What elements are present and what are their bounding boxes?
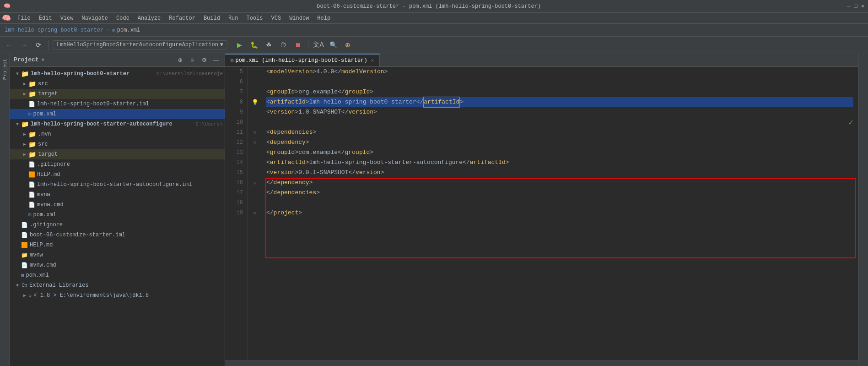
line-num-19: 19 [225, 208, 243, 218]
editor-tab-label: pom.xml (lmh-hello-spring-boot0-starter) [236, 57, 367, 64]
scroll-from-source-btn[interactable]: ≡ [187, 55, 197, 65]
code-content[interactable]: <modelVersion>4.0.0</modelVersion> <grou… [262, 67, 858, 361]
tree-item-gitignore-root[interactable]: 📄 .gitignore [10, 220, 225, 230]
tree-arrow-root1: ▼ [14, 71, 21, 76]
gutter-12: ▽ [248, 137, 262, 147]
code-line-11: <dependencies> [266, 127, 853, 137]
maximize-button[interactable]: □ [854, 3, 857, 10]
code-bracket: > [309, 178, 313, 188]
breadcrumb-project[interactable]: lmh-hello-spring-boot0-starter [5, 27, 103, 33]
code-bracket: </ [338, 147, 345, 158]
code-bracket: </ [266, 178, 274, 188]
menu-code[interactable]: Code [113, 14, 133, 22]
minimize-button[interactable]: — [847, 3, 850, 10]
close-button[interactable]: ✕ [861, 3, 864, 10]
menu-analyze[interactable]: Analyze [134, 14, 164, 22]
menu-help[interactable]: Help [313, 14, 334, 22]
tree-label-target2: target [38, 151, 223, 158]
breadcrumb-file[interactable]: pom.xml [117, 27, 140, 33]
tree-item-ext-libs[interactable]: ▼ 🗂 External Libraries [10, 280, 225, 290]
line-num-13: 13 [225, 147, 243, 158]
coverage-btn[interactable]: ☘ [262, 38, 275, 51]
line-numbers: 5 6 7 8 9 10 11 12 13 14 15 16 17 18 19 [225, 67, 248, 361]
code-editor[interactable]: 5 6 7 8 9 10 11 12 13 14 15 16 17 18 19 [225, 67, 858, 361]
project-title: Project [14, 56, 39, 63]
menu-window[interactable]: Window [286, 14, 313, 22]
tree-arrow-target1: ▶ [21, 91, 28, 97]
menu-edit[interactable]: Edit [35, 14, 56, 22]
editor-tab-pom[interactable]: m pom.xml (lmh-hello-spring-boot0-starte… [225, 54, 380, 66]
stop-btn[interactable]: ⏹ [291, 38, 304, 51]
code-line-12: <dependency> [266, 137, 853, 147]
profile-btn[interactable]: ⏱ [277, 38, 290, 51]
code-line-17: </dependencies> [266, 188, 853, 198]
toolbar-forward-btn[interactable]: → [17, 38, 30, 51]
translate-btn[interactable]: 文A [312, 38, 325, 51]
tree-item-target2[interactable]: ▶ 📁 target [10, 149, 225, 159]
collapse-all-btn[interactable]: ⊕ [175, 55, 185, 65]
code-tag: artifactId [270, 158, 306, 168]
menu-build[interactable]: Build [200, 14, 224, 22]
tree-item-gitignore2[interactable]: 📄 .gitignore [10, 159, 225, 169]
project-settings-btn[interactable]: ⚙ [199, 55, 209, 65]
tab-project[interactable]: Project [1, 55, 9, 83]
tree-label-helpmd2: HELP.md [37, 171, 223, 178]
tree-item-mvnw2[interactable]: 📄 mvnw [10, 190, 225, 200]
notifications-btn[interactable]: ⊕ [341, 38, 354, 51]
menu-run[interactable]: Run [225, 14, 242, 22]
tree-item-pom2[interactable]: m pom.xml [10, 210, 225, 220]
tree-item-helpmd2[interactable]: 🟧 HELP.md [10, 169, 225, 180]
tree-item-pom-root[interactable]: m pom.xml [10, 270, 225, 280]
code-bracket: > [384, 67, 388, 77]
editor-tab-icon: m [231, 58, 234, 63]
menu-navigate[interactable]: Navigate [78, 14, 112, 22]
line-num-15: 15 [225, 168, 243, 178]
tree-item-mvnwcmd2[interactable]: 📄 mvnw.cmd [10, 200, 225, 210]
breadcrumb-sep: › [106, 27, 109, 33]
tree-item-target1[interactable]: ▶ 📁 target [10, 89, 225, 99]
project-dropdown-icon[interactable]: ▼ [42, 57, 45, 63]
code-bracket: < [266, 137, 270, 147]
code-line-6 [266, 77, 853, 87]
breadcrumb-file-icon: m [112, 27, 115, 33]
gutter-5 [248, 67, 262, 77]
menu-file[interactable]: File [14, 14, 34, 22]
tree-item-mvnwcmd-root[interactable]: 📄 mvnw.cmd [10, 260, 225, 270]
project-hide-btn[interactable]: — [211, 55, 221, 65]
menu-tools[interactable]: Tools [243, 14, 267, 22]
menu-refactor[interactable]: Refactor [165, 14, 199, 22]
tree-item-pom1[interactable]: m pom.xml [10, 109, 225, 119]
code-line-19: </project> [266, 208, 853, 218]
tree-item-mvnw-root[interactable]: 📁 mvnw [10, 250, 225, 260]
tree-item-jdk[interactable]: ▶ ☕ < 1.8 > E:\environments\java\jdk1.8 [10, 290, 225, 300]
menu-vcs[interactable]: VCS [268, 14, 285, 22]
tree-label-root2: lmh-hello-spring-boot-starter-autoconfig… [31, 121, 193, 127]
tree-item-root1[interactable]: ▼ 📁 lmh-hello-spring-boot0-starter C:\Us… [10, 69, 225, 79]
tree-item-mvn2[interactable]: ▶ 📁 .mvn [10, 129, 225, 139]
code-line-15: <version>0.0.1-SNAPSHOT</version> [266, 168, 853, 178]
code-tag: groupId [270, 147, 295, 158]
gutter-11: ▽ [248, 127, 262, 137]
debug-btn[interactable]: 🐛 [248, 38, 260, 51]
gutter-8: 💡 [248, 97, 262, 107]
toolbar-refresh-btn[interactable]: ⟳ [32, 38, 45, 51]
tree-item-iml2[interactable]: 📄 lmh-hello-spring-boot-starter-autoconf… [10, 180, 225, 190]
menu-view[interactable]: View [57, 14, 77, 22]
tree-item-iml1[interactable]: 📄 lmh-hello-spring-boot0-starter.iml [10, 99, 225, 109]
editor-tab-close-icon[interactable]: ✕ [371, 58, 374, 63]
run-back-btn[interactable]: ▶ [233, 38, 246, 51]
code-text: 4.0.0 [316, 67, 334, 77]
tree-item-src2[interactable]: ▶ 📁 src [10, 139, 225, 149]
tree-item-iml-root[interactable]: 📄 boot-06-customize-starter.iml [10, 230, 225, 240]
tree-item-root2[interactable]: ▼ 📁 lmh-hello-spring-boot-starter-autoco… [10, 119, 225, 129]
code-tag: version [270, 168, 295, 178]
run-config-selector[interactable]: LmhHelloSpringBootStarterAutoconfigureAp… [53, 40, 227, 49]
tree-item-src1[interactable]: ▶ 📁 src [10, 79, 225, 89]
tree-item-helpmd-root[interactable]: 🟧 HELP.md [10, 240, 225, 250]
h-scrollbar[interactable] [225, 361, 858, 366]
search-everywhere-btn[interactable]: 🔍 [327, 38, 340, 51]
code-bracket: </ [341, 107, 349, 117]
tree-arrow-src2: ▶ [21, 142, 28, 147]
toolbar-back-btn[interactable]: ← [3, 38, 16, 51]
tree-label-ext-libs: External Libraries [29, 282, 223, 289]
